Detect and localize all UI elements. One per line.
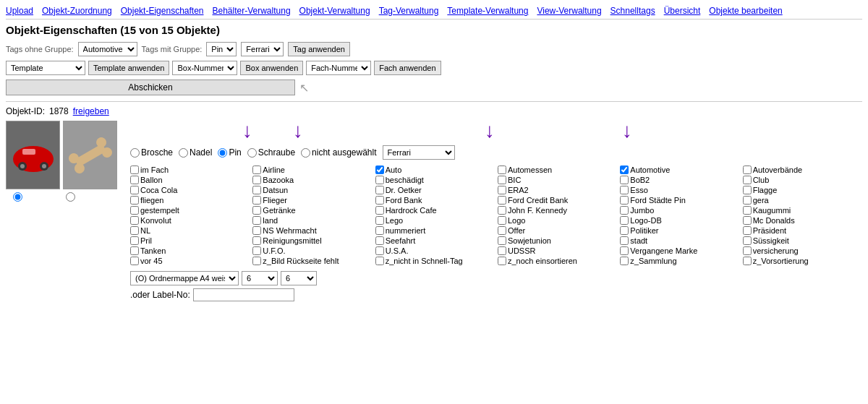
apply-tag-button[interactable]: Tag anwenden	[288, 42, 350, 56]
tags-without-group-select[interactable]: Automotive	[78, 42, 137, 56]
fach-nummer-select[interactable]: Fach-Nummer	[306, 61, 371, 75]
label-no-input[interactable]	[193, 288, 294, 301]
checkbox-16[interactable]	[620, 186, 629, 194]
checkbox-43[interactable]	[252, 236, 261, 245]
nav-item-objekt-zuordnung[interactable]: Objekt-Zuordnung	[42, 6, 112, 16]
checkbox-48[interactable]	[130, 246, 139, 255]
tags-with-group-select1[interactable]: Pin	[206, 42, 237, 56]
checkbox-40[interactable]	[620, 226, 629, 235]
nav-item-view-verwaltung[interactable]: View-Verwaltung	[537, 6, 601, 16]
checkbox-54[interactable]	[130, 257, 139, 265]
checkbox-47[interactable]	[743, 236, 752, 245]
checkbox-25[interactable]	[252, 206, 261, 215]
checkbox-24[interactable]	[130, 206, 139, 215]
nav-item-uebersicht[interactable]: Übersicht	[664, 6, 701, 16]
type-nadel[interactable]: Nadel	[179, 147, 212, 158]
checkbox-3[interactable]	[498, 166, 506, 174]
checkbox-2[interactable]	[375, 166, 384, 174]
checkbox-35[interactable]	[743, 216, 752, 225]
checkbox-4[interactable]	[620, 166, 629, 174]
checkbox-31[interactable]	[252, 216, 261, 225]
checkbox-41[interactable]	[743, 226, 752, 235]
type-schraube[interactable]: Schraube	[247, 147, 295, 158]
checkbox-56[interactable]	[375, 257, 384, 265]
checkbox-20[interactable]	[375, 196, 384, 205]
radio-pin[interactable]	[218, 148, 227, 158]
checkbox-6[interactable]	[130, 176, 139, 184]
checkbox-34[interactable]	[620, 216, 629, 225]
checkbox-15[interactable]	[498, 186, 506, 194]
nav-item-upload[interactable]: Upload	[6, 6, 33, 16]
num1-select[interactable]: 6	[242, 271, 278, 285]
checkbox-45[interactable]	[498, 236, 506, 245]
abschicken-button[interactable]: Abschicken	[6, 79, 295, 95]
box-nummer-select[interactable]: Box-Nummer	[172, 61, 237, 75]
checkbox-26[interactable]	[375, 206, 384, 215]
checkbox-0[interactable]	[130, 166, 139, 174]
folder-select[interactable]: (O) Ordnermappe A4 weiss	[130, 271, 239, 285]
checkbox-9[interactable]	[498, 176, 506, 184]
checkbox-52[interactable]	[620, 246, 629, 255]
type-nicht[interactable]: nicht ausgewählt	[301, 147, 376, 158]
checkbox-44[interactable]	[375, 236, 384, 245]
checkbox-59[interactable]	[743, 257, 752, 265]
image2-radio[interactable]	[66, 192, 75, 202]
radio-schraube[interactable]	[247, 148, 257, 158]
checkbox-11[interactable]	[743, 176, 752, 184]
checkbox-32[interactable]	[375, 216, 384, 225]
checkbox-13[interactable]	[252, 186, 261, 194]
type-brosche[interactable]: Brosche	[130, 147, 173, 158]
checkbox-36[interactable]	[130, 226, 139, 235]
image1-radio[interactable]	[13, 192, 22, 202]
nav-item-objekt-verwaltung[interactable]: Objekt-Verwaltung	[299, 6, 370, 16]
checkbox-22[interactable]	[620, 196, 629, 205]
nav-item-tag-verwaltung[interactable]: Tag-Verwaltung	[379, 6, 439, 16]
type-pin[interactable]: Pin	[218, 147, 241, 158]
checkbox-42[interactable]	[130, 236, 139, 245]
checkbox-8[interactable]	[375, 176, 384, 184]
radio-nicht[interactable]	[301, 148, 310, 158]
template-select[interactable]: Template	[6, 61, 85, 75]
checkbox-53[interactable]	[743, 246, 752, 255]
image-1[interactable]	[6, 121, 60, 189]
radio-brosche[interactable]	[130, 148, 140, 158]
apply-template-button[interactable]: Template anwenden	[88, 61, 169, 75]
nav-item-behaelter-verwaltung[interactable]: Behälter-Verwaltung	[213, 6, 291, 16]
nav-item-objekte-bearbeiten[interactable]: Objekte bearbeiten	[709, 6, 782, 16]
checkbox-10[interactable]	[620, 176, 629, 184]
checkbox-38[interactable]	[375, 226, 384, 235]
checkbox-27[interactable]	[498, 206, 506, 215]
checkbox-12[interactable]	[130, 186, 139, 194]
checkbox-39[interactable]	[498, 226, 506, 235]
checkbox-55[interactable]	[252, 257, 261, 265]
checkbox-1[interactable]	[252, 166, 261, 174]
checkbox-28[interactable]	[620, 206, 629, 215]
nav-item-objekt-eigenschaften[interactable]: Objekt-Eigenschaften	[121, 6, 204, 16]
checkbox-7[interactable]	[252, 176, 261, 184]
num2-select[interactable]: 6	[281, 271, 317, 285]
radio-nadel[interactable]	[179, 148, 188, 158]
checkbox-46[interactable]	[620, 236, 629, 245]
image-2[interactable]	[63, 121, 117, 189]
checkbox-14[interactable]	[375, 186, 384, 194]
tags-with-group-select2[interactable]: Ferrari	[241, 42, 284, 56]
checkbox-49[interactable]	[252, 246, 261, 255]
apply-fach-button[interactable]: Fach anwenden	[374, 61, 441, 75]
checkbox-17[interactable]	[743, 186, 752, 194]
checkbox-37[interactable]	[252, 226, 261, 235]
checkbox-18[interactable]	[130, 196, 139, 205]
checkbox-57[interactable]	[498, 257, 506, 265]
checkbox-21[interactable]	[498, 196, 506, 205]
checkbox-19[interactable]	[252, 196, 261, 205]
checkbox-23[interactable]	[743, 196, 752, 205]
apply-box-button[interactable]: Box anwenden	[240, 61, 303, 75]
checkbox-5[interactable]	[743, 166, 752, 174]
nav-item-schnelltags[interactable]: Schnelltags	[610, 6, 655, 16]
checkbox-51[interactable]	[498, 246, 506, 255]
freigeben-link[interactable]: freigeben	[73, 106, 109, 116]
checkbox-29[interactable]	[743, 206, 752, 215]
ferrari-dropdown[interactable]: Ferrari	[383, 145, 455, 160]
nav-item-template-verwaltung[interactable]: Template-Verwaltung	[447, 6, 528, 16]
checkbox-33[interactable]	[498, 216, 506, 225]
checkbox-50[interactable]	[375, 246, 384, 255]
